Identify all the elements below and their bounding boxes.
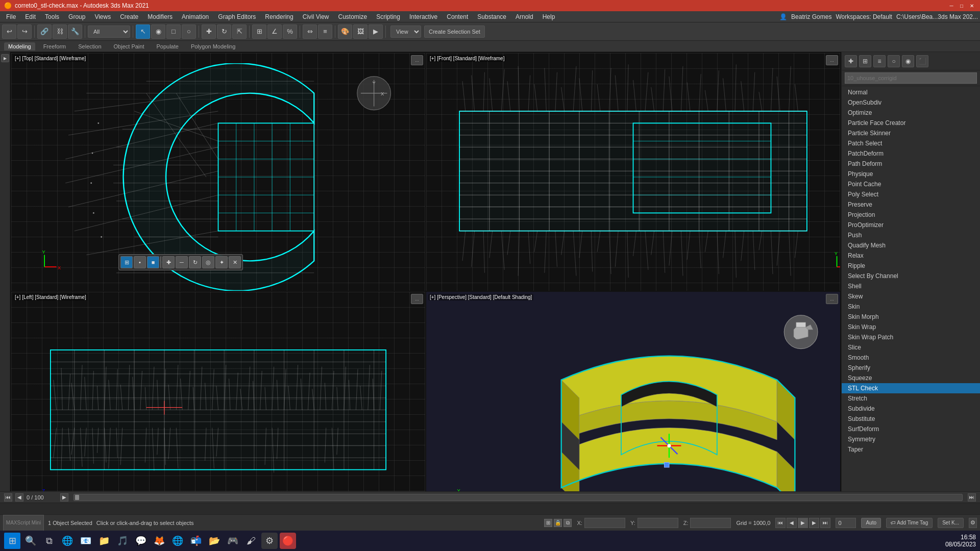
modifier-item-slice[interactable]: Slice bbox=[842, 342, 980, 353]
menu-interactive[interactable]: Interactive bbox=[405, 12, 442, 21]
slider-thumb[interactable] bbox=[75, 495, 79, 500]
jump-end-btn[interactable]: ⏭ bbox=[968, 493, 976, 502]
menu-animation[interactable]: Animation bbox=[178, 12, 213, 21]
prev-frame-btn[interactable]: ◀ bbox=[15, 493, 23, 502]
modifier-item-select-by-channel[interactable]: Select By Channel bbox=[842, 271, 980, 281]
close-button[interactable]: ✕ bbox=[968, 2, 976, 10]
modifier-item-quadify-mesh[interactable]: Quadify Mesh bbox=[842, 240, 980, 251]
modifier-item-optimize[interactable]: Optimize bbox=[842, 108, 980, 118]
menu-substance[interactable]: Substance bbox=[473, 12, 510, 21]
modifier-item-taper[interactable]: Taper bbox=[842, 444, 980, 455]
x-input[interactable] bbox=[584, 518, 625, 528]
taskbar-chrome[interactable]: 🌐 bbox=[59, 533, 76, 549]
frame-number-input[interactable] bbox=[836, 518, 856, 528]
ft-grid-btn[interactable]: ⊞ bbox=[120, 256, 133, 268]
modifier-item-skin-wrap-patch[interactable]: Skin Wrap Patch bbox=[842, 332, 980, 342]
modifier-item-physique[interactable]: Physique bbox=[842, 169, 980, 179]
z-input[interactable] bbox=[690, 518, 731, 528]
angle-snap[interactable]: ∠ bbox=[267, 24, 282, 39]
taskbar-3dsmax2[interactable]: 🔴 bbox=[280, 533, 296, 549]
taskbar-files[interactable]: 📂 bbox=[206, 533, 223, 549]
taskbar-discord[interactable]: 💬 bbox=[133, 533, 149, 549]
workspaces-label[interactable]: Workspaces: Default bbox=[836, 13, 892, 20]
snap-toggle[interactable]: ⊞ bbox=[252, 24, 266, 39]
taskbar-game[interactable]: 🎮 bbox=[225, 533, 241, 549]
tab-freeform[interactable]: Freeform bbox=[39, 42, 70, 51]
render-setup[interactable]: 🖼 bbox=[353, 24, 368, 39]
play-end-btn[interactable]: ⏭ bbox=[820, 518, 830, 528]
ft-rotate-btn[interactable]: ↻ bbox=[189, 256, 201, 268]
menu-edit[interactable]: Edit bbox=[21, 12, 40, 21]
modifier-item-preserve[interactable]: Preserve bbox=[842, 199, 980, 210]
modifier-item-ripple[interactable]: Ripple bbox=[842, 261, 980, 271]
modifier-item-skin[interactable]: Skin bbox=[842, 302, 980, 312]
jump-start-btn[interactable]: ⏮ bbox=[4, 493, 12, 502]
menu-tools[interactable]: Tools bbox=[41, 12, 63, 21]
y-input[interactable] bbox=[638, 518, 678, 528]
modifier-item-subdivide[interactable]: Subdivide bbox=[842, 404, 980, 414]
modifier-item-stretch[interactable]: Stretch bbox=[842, 393, 980, 404]
undo-button[interactable]: ↩ bbox=[2, 24, 16, 39]
ft-move-btn[interactable]: ✚ bbox=[162, 256, 175, 268]
taskbar-spotify[interactable]: 🎵 bbox=[114, 533, 131, 549]
key-filter-btn[interactable]: ⚙ bbox=[969, 518, 977, 528]
ft-vertex-btn[interactable]: • bbox=[134, 256, 146, 268]
percent-snap[interactable]: % bbox=[283, 24, 297, 39]
taskbar-3dsmax1[interactable]: ⚙ bbox=[261, 533, 278, 549]
modifier-item-relax[interactable]: Relax bbox=[842, 251, 980, 261]
taskbar-edge[interactable]: 🌐 bbox=[169, 533, 186, 549]
search-button[interactable]: 🔍 bbox=[22, 533, 39, 549]
redo-button[interactable]: ↪ bbox=[17, 24, 32, 39]
create-selection-set-btn[interactable]: Create Selection Set bbox=[424, 26, 485, 38]
modifier-item-smooth[interactable]: Smooth bbox=[842, 353, 980, 363]
ft-star-btn[interactable]: ✦ bbox=[215, 256, 228, 268]
menu-file[interactable]: File bbox=[2, 12, 20, 21]
menu-create[interactable]: Create bbox=[116, 12, 142, 21]
next-frame-btn[interactable]: ▶ bbox=[60, 493, 68, 502]
modifier-item-particle-skinner[interactable]: Particle Skinner bbox=[842, 128, 980, 138]
panel-btn-5[interactable]: ◉ bbox=[902, 55, 914, 67]
taskbar-outlook[interactable]: 📬 bbox=[188, 533, 204, 549]
modifier-item-shell[interactable]: Shell bbox=[842, 281, 980, 291]
taskview-button[interactable]: ⧉ bbox=[41, 533, 57, 549]
taskbar-email[interactable]: 📧 bbox=[78, 533, 94, 549]
modifier-item-path-deform[interactable]: Path Deform bbox=[842, 159, 980, 169]
modifier-item-stl-check[interactable]: STL Check bbox=[842, 383, 980, 393]
tab-object-paint[interactable]: Object Paint bbox=[110, 42, 149, 51]
tab-selection[interactable]: Selection bbox=[74, 42, 105, 51]
animation-slider[interactable] bbox=[74, 494, 963, 501]
set-key-button[interactable]: Set K... bbox=[938, 518, 964, 528]
modifier-item-spherify[interactable]: Spherify bbox=[842, 363, 980, 373]
select-by-name-button[interactable]: ◉ bbox=[151, 24, 165, 39]
menu-graph-editors[interactable]: Graph Editors bbox=[214, 12, 260, 21]
tab-modeling[interactable]: Modeling bbox=[4, 42, 35, 51]
maxscript-mini[interactable]: MAXScript Mini bbox=[3, 515, 44, 531]
render-button[interactable]: ▶ bbox=[369, 24, 383, 39]
modifier-item-skin-morph[interactable]: Skin Morph bbox=[842, 312, 980, 322]
ft-x-btn[interactable]: ✕ bbox=[229, 256, 241, 268]
ft-minus-btn[interactable]: ─ bbox=[176, 256, 188, 268]
modifier-item-normal[interactable]: Normal bbox=[842, 87, 980, 97]
rect-select-button[interactable]: □ bbox=[166, 24, 181, 39]
reference-coord-select[interactable]: View bbox=[390, 26, 421, 38]
modifier-item-symmetry[interactable]: Symmetry bbox=[842, 434, 980, 444]
play-prev-btn[interactable]: ◀ bbox=[787, 518, 797, 528]
modifier-search-input[interactable] bbox=[845, 72, 977, 84]
modifier-item-substitute[interactable]: Substitute bbox=[842, 414, 980, 424]
tab-populate[interactable]: Populate bbox=[152, 42, 182, 51]
modifier-item-skin-wrap[interactable]: Skin Wrap bbox=[842, 322, 980, 332]
selection-lock-icon[interactable]: ⊞ bbox=[544, 519, 552, 527]
auto-key-button[interactable]: Auto bbox=[861, 518, 881, 528]
user-name[interactable]: Beatriz Gomes bbox=[791, 13, 831, 20]
menu-customize[interactable]: Customize bbox=[334, 12, 372, 21]
select-button[interactable]: ↖ bbox=[136, 24, 150, 39]
modifier-item-push[interactable]: Push bbox=[842, 230, 980, 240]
minimize-button[interactable]: ─ bbox=[947, 2, 955, 10]
modifier-item-poly-select[interactable]: Poly Select bbox=[842, 189, 980, 199]
modifier-item-prooptimizer[interactable]: ProOptimizer bbox=[842, 220, 980, 230]
viewport-corner-top[interactable]: ... bbox=[411, 55, 423, 65]
rotate-button[interactable]: ↻ bbox=[217, 24, 231, 39]
modifier-item-opensubdiv[interactable]: OpenSubdiv bbox=[842, 97, 980, 108]
menu-views[interactable]: Views bbox=[90, 12, 115, 21]
left-btn-1[interactable]: ▶ bbox=[1, 54, 9, 62]
